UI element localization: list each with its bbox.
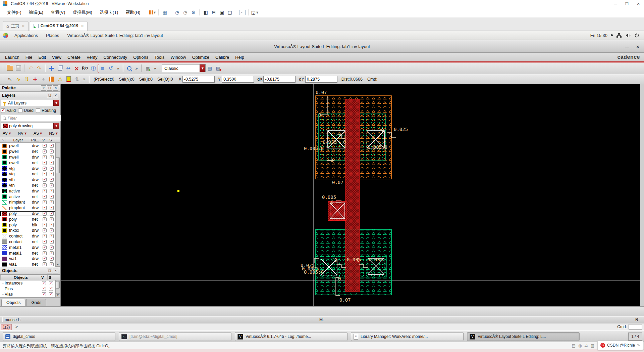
virtuoso-menu-item[interactable]: Verify bbox=[84, 55, 101, 60]
selectability-checkbox[interactable] bbox=[50, 200, 54, 204]
visibility-checkbox[interactable] bbox=[43, 228, 47, 232]
stop-button[interactable] bbox=[48, 75, 56, 83]
visibility-checkbox[interactable] bbox=[43, 251, 47, 255]
visibility-checkbox[interactable] bbox=[42, 287, 46, 291]
selectability-checkbox[interactable] bbox=[50, 251, 54, 255]
visibility-checkbox[interactable] bbox=[43, 212, 47, 216]
checkbox[interactable] bbox=[1, 108, 5, 113]
toolbar-overflow-chevron[interactable]: » bbox=[133, 66, 140, 71]
visibility-checkbox[interactable] bbox=[43, 262, 47, 266]
toolbar-grip[interactable] bbox=[2, 317, 4, 322]
selectability-checkbox[interactable] bbox=[50, 223, 54, 227]
layer-row[interactable]: nimplantdrw bbox=[0, 200, 60, 205]
column-header[interactable]: S bbox=[47, 275, 55, 280]
close-tab-icon[interactable]: ✕ bbox=[22, 24, 24, 28]
undo-button[interactable]: ↶ bbox=[26, 64, 35, 73]
places-menu[interactable]: Places bbox=[42, 33, 63, 38]
close-icon[interactable]: ✕ bbox=[53, 85, 58, 91]
layer-row[interactable]: polydrw bbox=[0, 211, 60, 217]
visibility-checkbox[interactable] bbox=[43, 183, 47, 187]
palette-titlebar[interactable]: Palette ? ❏ ✕ bbox=[0, 84, 60, 92]
column-header[interactable]: V bbox=[41, 137, 48, 142]
suspend-vm-button[interactable]: ▼ bbox=[148, 9, 156, 16]
selectability-checkbox[interactable] bbox=[50, 228, 54, 232]
virtuoso-menu-item[interactable]: Optimize bbox=[189, 55, 212, 60]
show-library-button[interactable]: ◧ bbox=[202, 9, 210, 16]
column-header[interactable]: S bbox=[48, 137, 55, 142]
selectability-checkbox[interactable] bbox=[49, 281, 53, 285]
column-header[interactable]: Layer bbox=[5, 137, 30, 142]
visibility-checkbox[interactable] bbox=[43, 155, 47, 159]
visibility-checkbox[interactable] bbox=[43, 206, 47, 210]
vmware-menu-item[interactable]: 文件(F) bbox=[3, 9, 25, 15]
virtuoso-menu-item[interactable]: Tools bbox=[151, 55, 167, 60]
layout-canvas[interactable]: 0.0700.03500.005:00.005:000.02500.070.00… bbox=[61, 84, 640, 306]
selectability-checkbox[interactable] bbox=[50, 149, 54, 153]
scrollbar-thumb[interactable] bbox=[56, 281, 60, 289]
command-history-badge[interactable]: 1(2) bbox=[1, 324, 12, 330]
create-instance-button[interactable]: ▦ bbox=[144, 64, 152, 73]
layer-list-scrollbar[interactable]: ▼ bbox=[55, 143, 60, 267]
workspace-save-button[interactable]: ▤ bbox=[206, 64, 214, 73]
help-icon[interactable]: ? bbox=[41, 85, 46, 91]
virtuoso-menu-item[interactable]: Options bbox=[130, 55, 151, 60]
panel-tab-objects[interactable]: Objects bbox=[1, 299, 25, 306]
markers-button[interactable]: ⚠ bbox=[56, 75, 64, 83]
unity-button[interactable]: ▢ bbox=[226, 9, 234, 16]
toolbar-grip[interactable] bbox=[3, 309, 4, 314]
float-panel-icon[interactable]: ❏ bbox=[47, 268, 52, 273]
redo-button[interactable]: ↷ bbox=[35, 64, 43, 73]
selectability-checkbox[interactable] bbox=[50, 234, 54, 238]
harddisk-icon[interactable]: ▤ bbox=[572, 343, 576, 348]
layer-filter-check[interactable]: Valid bbox=[1, 108, 16, 113]
selectability-checkbox[interactable] bbox=[50, 144, 54, 148]
layer-row[interactable]: metal1drw bbox=[0, 245, 60, 250]
visibility-checkbox[interactable] bbox=[43, 144, 47, 148]
active-window-title[interactable]: VirtuosoÂ® Layout Suite L Editing: lab1 … bbox=[63, 33, 167, 38]
visibility-checkbox[interactable] bbox=[43, 234, 47, 238]
layer-row[interactable]: vthnet bbox=[0, 183, 60, 188]
checkbox[interactable] bbox=[36, 108, 40, 113]
visibility-checkbox[interactable] bbox=[43, 246, 47, 250]
close-button[interactable]: ✕ bbox=[633, 2, 644, 6]
workspace-revert-button[interactable]: ▤ bbox=[214, 64, 222, 73]
selectability-checkbox[interactable] bbox=[50, 189, 54, 193]
taskbar-button[interactable]: digital_cmos bbox=[3, 332, 115, 341]
vmware-menu-item[interactable]: 查看(V) bbox=[47, 9, 69, 15]
revert-snapshot-button[interactable]: ◔ bbox=[181, 9, 189, 16]
toolbar-overflow-chevron[interactable]: » bbox=[81, 77, 87, 82]
visibility-checkbox[interactable] bbox=[43, 167, 47, 171]
layer-row[interactable]: activedrw bbox=[0, 188, 60, 194]
minimize-button[interactable]: — bbox=[610, 2, 621, 6]
save-button[interactable] bbox=[14, 64, 22, 73]
selectability-checkbox[interactable] bbox=[50, 195, 54, 199]
layer-row[interactable]: vtgnet bbox=[0, 171, 60, 177]
virtuoso-menu-item[interactable]: Calibre bbox=[212, 55, 232, 60]
layer-row[interactable]: vthdrw bbox=[0, 177, 60, 183]
chevron-down-icon[interactable]: ▼ bbox=[53, 100, 59, 106]
layer-row[interactable]: contactdrw bbox=[0, 233, 60, 239]
virtuoso-titlebar[interactable]: VirtuosoÂ® Layout Suite L Editing: lab1 … bbox=[0, 40, 644, 53]
vmware-tab[interactable]: CentOS 7 64 位2019✕ bbox=[30, 21, 88, 31]
selectability-checkbox[interactable] bbox=[49, 292, 53, 296]
selectability-checkbox[interactable] bbox=[50, 155, 54, 159]
virtuoso-menu-item[interactable]: View bbox=[49, 55, 64, 60]
taskbar-button[interactable]: VirtuosoÂ® Layout Suite L Editing: L... bbox=[467, 332, 580, 341]
visibility-checkbox[interactable] bbox=[42, 281, 46, 285]
visibility-checkbox[interactable] bbox=[43, 240, 47, 244]
layer-row[interactable]: metal1net bbox=[0, 250, 60, 256]
selectability-checkbox[interactable] bbox=[50, 240, 54, 244]
selectability-checkbox[interactable] bbox=[50, 217, 54, 221]
layer-search-field[interactable]: ▼ bbox=[1, 115, 67, 121]
visibility-checkbox[interactable] bbox=[43, 217, 47, 221]
virtuoso-menu-item[interactable]: File bbox=[22, 55, 36, 60]
volume-icon[interactable] bbox=[625, 33, 631, 38]
visibility-checkbox[interactable] bbox=[43, 257, 47, 261]
column-header[interactable]: Objects bbox=[0, 275, 40, 280]
snapshot-manager-button[interactable]: ⚙ bbox=[189, 9, 197, 16]
command-input[interactable] bbox=[629, 324, 642, 329]
scrollbar-thumb[interactable] bbox=[56, 157, 60, 173]
layer-row[interactable]: contactnet bbox=[0, 239, 60, 245]
column-header[interactable]: V bbox=[40, 275, 47, 280]
stretch-guest-button[interactable]: ◱▼ bbox=[251, 9, 259, 16]
